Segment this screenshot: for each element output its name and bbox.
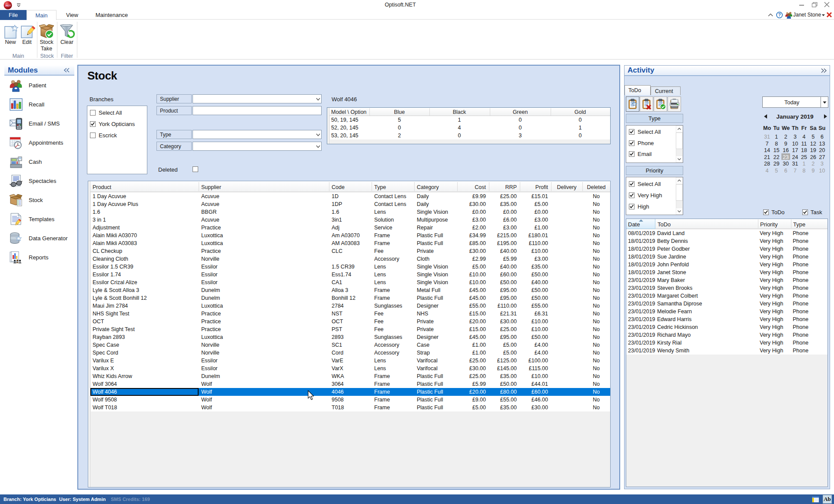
svg-text:?: ?: [778, 13, 781, 17]
svg-text:.NET: .NET: [5, 4, 11, 7]
